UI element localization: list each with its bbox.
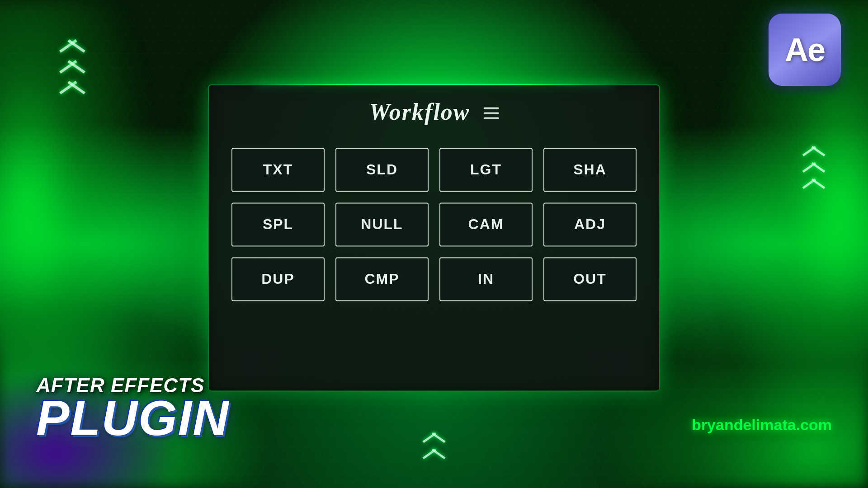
btn-cmp[interactable]: CMP [335, 257, 429, 301]
chevron-up-1 [54, 27, 90, 45]
button-grid: TXT SLD LGT SHA SPL NULL CAM ADJ DUP CMP… [231, 148, 637, 301]
btn-in[interactable]: IN [439, 257, 533, 301]
arrows-left [54, 27, 90, 87]
chevron-right-1 [800, 136, 827, 149]
chevron-bottom-2 [420, 438, 448, 452]
bottom-left-text-block: AFTER EFFECTS PLUGIN [36, 375, 230, 443]
chevron-up-2 [54, 48, 90, 66]
btn-null[interactable]: NULL [335, 202, 429, 246]
btn-sld[interactable]: SLD [335, 148, 429, 192]
arrows-bottom [420, 422, 448, 452]
btn-dup[interactable]: DUP [231, 257, 325, 301]
chevron-bottom-1 [420, 422, 448, 436]
chevron-up-3 [54, 69, 90, 87]
btn-spl[interactable]: SPL [231, 202, 325, 246]
panel-header: Workflow [369, 99, 499, 125]
main-panel: Workflow TXT SLD LGT SHA SPL NULL CAM AD… [208, 84, 660, 391]
menu-line-2 [484, 112, 499, 114]
btn-txt[interactable]: TXT [231, 148, 325, 192]
website-text: bryandelimata.com [692, 416, 832, 434]
ae-logo-text: Ae [785, 31, 825, 68]
btn-adj[interactable]: ADJ [543, 202, 637, 246]
btn-sha[interactable]: SHA [543, 148, 637, 192]
arrows-right [800, 136, 827, 182]
plugin-label: PLUGIN [36, 393, 230, 443]
menu-icon[interactable] [484, 107, 499, 119]
chevron-right-3 [800, 168, 827, 182]
menu-line-1 [484, 107, 499, 109]
chevron-right-2 [800, 152, 827, 165]
ae-logo: Ae [769, 14, 841, 86]
btn-out[interactable]: OUT [543, 257, 637, 301]
btn-cam[interactable]: CAM [439, 202, 533, 246]
btn-lgt[interactable]: LGT [439, 148, 533, 192]
menu-line-3 [484, 117, 499, 119]
panel-title: Workflow [369, 99, 470, 125]
